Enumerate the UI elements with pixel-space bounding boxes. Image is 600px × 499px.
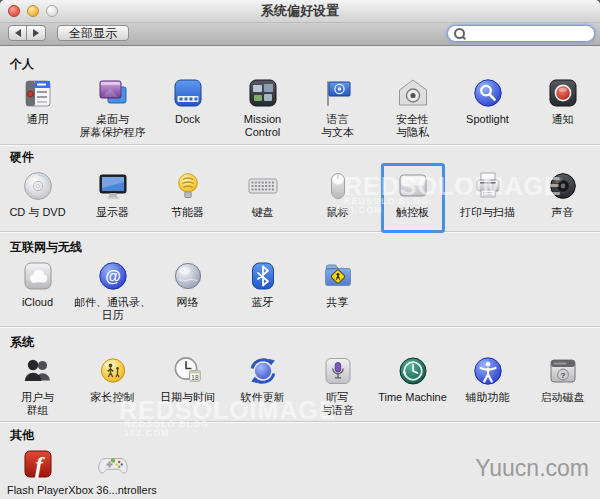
section-title: 互联网与无线 bbox=[0, 232, 600, 256]
pref-item-network[interactable]: 网络 bbox=[150, 259, 225, 322]
pref-item-label: 触控板 bbox=[396, 206, 429, 219]
pref-item-label: 节能器 bbox=[171, 206, 204, 219]
icon-grid: 通用 桌面与 屏幕保护程序 Dock Mission Control 语言 与文… bbox=[0, 76, 600, 139]
icon-grid: CD 与 DVD 显示器 节能器 键盘 鼠标 触控板 bbox=[0, 169, 600, 233]
flash-player-icon: f bbox=[21, 447, 55, 481]
icon-grid: 用户与 群组 家长控制 18 日期与时间 软件更新 听写 与语音 Time Ma… bbox=[0, 354, 600, 417]
pref-item-label: 网络 bbox=[177, 296, 199, 309]
pref-item-label: 听写 与语音 bbox=[321, 391, 354, 417]
close-button[interactable] bbox=[8, 5, 20, 17]
pref-item-label: 蓝牙 bbox=[252, 296, 274, 309]
show-all-button[interactable]: 全部显示 bbox=[57, 25, 129, 41]
pref-item-label: Flash Player bbox=[7, 484, 68, 497]
pref-item-label: CD 与 DVD bbox=[9, 206, 65, 219]
pref-item-sound[interactable]: 声音 bbox=[525, 169, 600, 233]
pref-item-mission-control[interactable]: Mission Control bbox=[225, 76, 300, 139]
time-machine-icon bbox=[396, 354, 430, 388]
pref-item-users-groups[interactable]: 用户与 群组 bbox=[0, 354, 75, 417]
pref-item-bluetooth[interactable]: 蓝牙 bbox=[225, 259, 300, 322]
pref-item-parental-controls[interactable]: 家长控制 bbox=[75, 354, 150, 417]
software-update-icon bbox=[246, 354, 280, 388]
pref-item-notifications[interactable]: 通知 bbox=[525, 76, 600, 139]
pref-item-time-machine[interactable]: Time Machine bbox=[375, 354, 450, 417]
pref-item-desktop-screensaver[interactable]: 桌面与 屏幕保护程序 bbox=[75, 76, 150, 139]
pref-item-sharing[interactable]: 共享 bbox=[300, 259, 375, 322]
section-title: 个人 bbox=[0, 46, 600, 73]
pref-item-print-scan[interactable]: 打印与扫描 bbox=[450, 169, 525, 233]
history-nav bbox=[8, 25, 46, 41]
section-hardware: 硬件 CD 与 DVD 显示器 节能器 键盘 鼠标 bbox=[0, 144, 600, 231]
trackpad-icon bbox=[396, 169, 430, 203]
dock-icon bbox=[171, 76, 205, 110]
minimize-button[interactable] bbox=[27, 5, 39, 17]
pref-item-dock[interactable]: Dock bbox=[150, 76, 225, 139]
pref-item-general[interactable]: 通用 bbox=[0, 76, 75, 139]
pref-item-label: 鼠标 bbox=[327, 206, 349, 219]
pref-item-label: 声音 bbox=[552, 206, 574, 219]
sharing-icon bbox=[321, 259, 355, 293]
mission-control-icon bbox=[246, 76, 280, 110]
pref-item-label: 通知 bbox=[552, 113, 574, 126]
network-icon bbox=[171, 259, 205, 293]
pref-item-spotlight[interactable]: Spotlight bbox=[450, 76, 525, 139]
icon-grid: f Flash Player Xbox 36...ntrollers bbox=[0, 447, 600, 497]
dictation-speech-icon bbox=[321, 354, 355, 388]
energy-saver-icon bbox=[171, 169, 205, 203]
pref-item-language-text[interactable]: 语言 与文本 bbox=[300, 76, 375, 139]
forward-button[interactable] bbox=[27, 25, 46, 41]
svg-text:?: ? bbox=[560, 371, 565, 380]
pref-item-cd-dvd[interactable]: CD 与 DVD bbox=[0, 169, 75, 233]
toolbar: 全部显示 bbox=[0, 23, 600, 46]
section-title: 其他 bbox=[0, 422, 600, 444]
pref-item-energy-saver[interactable]: 节能器 bbox=[150, 169, 225, 233]
section-internet-wireless: 互联网与无线 iCloud @ 邮件、通讯录、 日历 网络 蓝牙 共享 bbox=[0, 231, 600, 326]
startup-disk-icon: ? bbox=[546, 354, 580, 388]
section-title: 硬件 bbox=[0, 145, 600, 166]
section-personal: 个人 通用 桌面与 屏幕保护程序 Dock Mission Control 语言… bbox=[0, 46, 600, 144]
back-arrow-icon bbox=[15, 29, 21, 37]
pref-item-xbox-controllers[interactable]: Xbox 36...ntrollers bbox=[75, 447, 150, 497]
pref-item-accessibility[interactable]: 辅助功能 bbox=[450, 354, 525, 417]
pref-item-security-privacy[interactable]: 安全性 与隐私 bbox=[375, 76, 450, 139]
pref-item-flash-player[interactable]: f Flash Player bbox=[0, 447, 75, 497]
search-input[interactable] bbox=[465, 27, 594, 41]
pref-item-label: iCloud bbox=[22, 296, 53, 309]
pref-item-trackpad[interactable]: 触控板 bbox=[375, 169, 450, 233]
search-field[interactable] bbox=[447, 25, 595, 42]
pref-item-icloud[interactable]: iCloud bbox=[0, 259, 75, 322]
pref-item-displays[interactable]: 显示器 bbox=[75, 169, 150, 233]
pref-item-mouse[interactable]: 鼠标 bbox=[300, 169, 375, 233]
pref-item-label: 桌面与 屏幕保护程序 bbox=[80, 113, 146, 139]
notifications-icon bbox=[546, 76, 580, 110]
section-title: 系统 bbox=[0, 327, 600, 351]
pref-item-label: 家长控制 bbox=[91, 391, 135, 404]
displays-icon bbox=[96, 169, 130, 203]
pref-item-label: Dock bbox=[175, 113, 200, 126]
pref-item-mail-contacts-calendars[interactable]: @ 邮件、通讯录、 日历 bbox=[75, 259, 150, 322]
system-preferences-window: 系统偏好设置 全部显示 个人 通用 桌面与 屏幕保护程序 Dock bbox=[0, 0, 600, 499]
pref-item-label: 启动磁盘 bbox=[541, 391, 585, 404]
mouse-icon bbox=[321, 169, 355, 203]
pref-item-label: 用户与 群组 bbox=[21, 391, 54, 417]
pref-item-label: 邮件、通讯录、 日历 bbox=[74, 296, 151, 322]
titlebar[interactable]: 系统偏好设置 bbox=[0, 0, 600, 23]
cd-dvd-icon bbox=[21, 169, 55, 203]
pref-item-date-time[interactable]: 18 日期与时间 bbox=[150, 354, 225, 417]
xbox-controllers-icon bbox=[96, 447, 130, 481]
pref-item-label: 通用 bbox=[27, 113, 49, 126]
parental-controls-icon bbox=[96, 354, 130, 388]
icloud-icon bbox=[21, 259, 55, 293]
sound-icon bbox=[546, 169, 580, 203]
pref-item-keyboard[interactable]: 键盘 bbox=[225, 169, 300, 233]
bluetooth-icon bbox=[246, 259, 280, 293]
general-icon bbox=[21, 76, 55, 110]
pref-item-label: Time Machine bbox=[378, 391, 447, 404]
zoom-button bbox=[46, 5, 58, 17]
pref-item-label: 辅助功能 bbox=[466, 391, 510, 404]
window-title: 系统偏好设置 bbox=[261, 2, 339, 20]
back-button[interactable] bbox=[8, 25, 27, 41]
pref-item-software-update[interactable]: 软件更新 bbox=[225, 354, 300, 417]
pref-item-dictation-speech[interactable]: 听写 与语音 bbox=[300, 354, 375, 417]
users-groups-icon bbox=[21, 354, 55, 388]
pref-item-startup-disk[interactable]: ? 启动磁盘 bbox=[525, 354, 600, 417]
